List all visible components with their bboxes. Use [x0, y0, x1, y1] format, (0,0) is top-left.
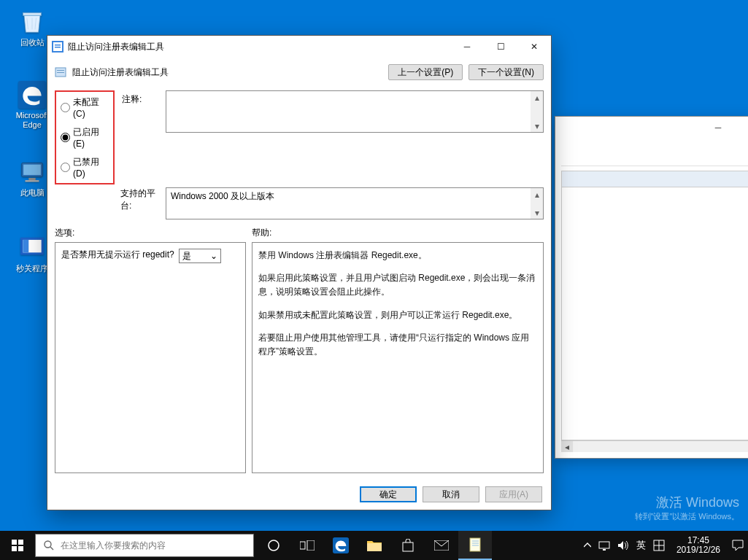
- cortana-button[interactable]: [257, 531, 290, 560]
- bg-list-header: [562, 171, 748, 187]
- bg-minimize-button[interactable]: ─: [701, 117, 735, 139]
- tray-ime-icon[interactable]: [653, 540, 665, 551]
- next-setting-button[interactable]: 下一个设置(N): [469, 64, 544, 80]
- activation-watermark: 激活 Windows 转到"设置"以激活 Windows。: [635, 494, 740, 522]
- svg-rect-23: [300, 542, 305, 549]
- taskbar-apps: [257, 531, 492, 560]
- platform-scrollbar[interactable]: ▴ ▾: [531, 188, 543, 219]
- recycle-bin-icon: [18, 7, 47, 36]
- scroll-up-icon[interactable]: ▴: [531, 91, 543, 104]
- taskbar-store-button[interactable]: [391, 531, 425, 560]
- desktop-icon-label: 此电脑: [20, 188, 45, 198]
- taskbar-notepad-button[interactable]: [458, 531, 492, 560]
- help-paragraph: 若要阻止用户使用其他管理工具，请使用“只运行指定的 Windows 应用程序”策…: [258, 331, 537, 359]
- comment-label: 注释:: [122, 90, 158, 184]
- help-paragraph: 如果禁用或未配置此策略设置，则用户可以正常运行 Regedit.exe。: [258, 308, 537, 322]
- taskbar-mail-button[interactable]: [425, 531, 458, 560]
- bg-list-panel: [561, 171, 748, 440]
- radio-label: 已启用(E): [73, 126, 107, 149]
- tray-date: 2019/12/26: [676, 545, 720, 555]
- start-button[interactable]: [0, 531, 35, 560]
- dialog-sub-icon: [55, 66, 66, 78]
- minimize-button[interactable]: ─: [450, 36, 484, 58]
- dialog-titlebar: 阻止访问注册表编辑工具 ─ ☐ ✕: [47, 36, 551, 58]
- svg-rect-4: [28, 178, 36, 180]
- svg-rect-24: [307, 540, 315, 551]
- system-tray: 英 17:45 2019/12/26: [584, 531, 748, 560]
- watermark-line2: 转到"设置"以激活 Windows。: [635, 511, 740, 522]
- platform-value: Windows 2000 及以上版本: [171, 191, 274, 201]
- radio-disabled[interactable]: 已禁用(D): [61, 156, 107, 179]
- tray-network-icon[interactable]: [598, 540, 610, 551]
- scroll-down-icon[interactable]: ▾: [531, 120, 543, 132]
- taskbar-edge-button[interactable]: [324, 531, 358, 560]
- option-select[interactable]: 是 ⌄: [179, 249, 221, 263]
- apply-button[interactable]: 应用(A): [485, 486, 542, 502]
- desktop-icon-label: 回收站: [20, 38, 45, 47]
- radio-disabled-input[interactable]: [61, 163, 70, 172]
- desktop-icon-label: 秒关程序: [16, 264, 48, 273]
- tray-overflow-button[interactable]: [584, 542, 591, 548]
- help-paragraph: 如果启用此策略设置，并且用户试图启动 Regedit.exe，则会出现一条消息，…: [258, 271, 537, 299]
- taskbar-search-input[interactable]: 在这里输入你要搜索的内容: [35, 534, 254, 557]
- svg-rect-18: [12, 546, 17, 551]
- dialog-title: 阻止访问注册表编辑工具: [68, 41, 450, 53]
- background-window: ─ ☐ ✕ ◂ ▸: [555, 116, 748, 459]
- tray-action-center-button[interactable]: [732, 540, 744, 551]
- maximize-button[interactable]: ☐: [484, 36, 517, 58]
- radio-enabled-input[interactable]: [61, 133, 70, 142]
- cancel-button[interactable]: 取消: [423, 486, 479, 502]
- scroll-up-icon[interactable]: ▴: [531, 188, 543, 201]
- radio-label: 未配置(C): [73, 96, 107, 119]
- dialog-subheader: 阻止访问注册表编辑工具 上一个设置(P) 下一个设置(N): [47, 58, 551, 87]
- shutdown-tool-icon: [18, 233, 47, 262]
- svg-rect-27: [403, 542, 413, 551]
- svg-line-21: [50, 547, 53, 550]
- comment-scrollbar[interactable]: ▴ ▾: [531, 91, 543, 132]
- tray-ime-indicator[interactable]: 英: [636, 539, 646, 552]
- help-paragraph: 禁用 Windows 注册表编辑器 Regedit.exe。: [258, 249, 537, 262]
- chevron-down-icon: ⌄: [210, 251, 217, 261]
- svg-rect-5: [26, 180, 39, 182]
- help-panel: 禁用 Windows 注册表编辑器 Regedit.exe。 如果启用此策略设置…: [252, 242, 544, 473]
- bg-horizontal-scrollbar[interactable]: ◂ ▸: [561, 440, 748, 452]
- ok-button[interactable]: 确定: [360, 486, 417, 502]
- help-label: 帮助:: [252, 227, 271, 239]
- bg-toolbar: [561, 144, 748, 166]
- svg-rect-33: [599, 542, 609, 548]
- svg-rect-26: [367, 543, 382, 551]
- svg-point-22: [269, 540, 279, 551]
- watermark-line1: 激活 Windows: [635, 494, 740, 511]
- state-radio-group: 未配置(C) 已启用(E) 已禁用(D): [55, 90, 115, 184]
- platform-textarea[interactable]: Windows 2000 及以上版本 ▴ ▾: [166, 187, 544, 219]
- tray-volume-icon[interactable]: [617, 540, 629, 551]
- taskbar-explorer-button[interactable]: [358, 531, 391, 560]
- options-label: 选项:: [55, 227, 252, 239]
- task-view-button[interactable]: [290, 531, 324, 560]
- radio-enabled[interactable]: 已启用(E): [61, 126, 107, 149]
- svg-rect-11: [55, 44, 61, 46]
- tray-clock[interactable]: 17:45 2019/12/26: [672, 536, 725, 555]
- radio-not-configured[interactable]: 未配置(C): [61, 96, 107, 119]
- search-placeholder: 在这里输入你要搜索的内容: [61, 540, 166, 552]
- svg-rect-29: [470, 538, 480, 551]
- svg-rect-19: [18, 546, 23, 551]
- dialog-title-icon: [52, 41, 63, 52]
- svg-rect-0: [23, 12, 41, 15]
- svg-rect-8: [23, 240, 28, 252]
- close-button[interactable]: ✕: [517, 36, 551, 58]
- search-icon: [43, 540, 55, 551]
- dialog-subtitle: 阻止访问注册表编辑工具: [72, 66, 382, 79]
- comment-textarea[interactable]: ▴ ▾: [166, 90, 544, 133]
- windows-icon: [12, 540, 23, 551]
- svg-rect-17: [18, 540, 23, 545]
- previous-setting-button[interactable]: 上一个设置(P): [388, 64, 463, 80]
- platform-label: 支持的平台:: [55, 187, 158, 219]
- bg-maximize-button[interactable]: ☐: [735, 117, 748, 139]
- svg-rect-16: [12, 540, 17, 545]
- taskbar: 在这里输入你要搜索的内容 英 17:45 2019/12/26: [0, 531, 748, 560]
- radio-not-configured-input[interactable]: [61, 103, 70, 112]
- scroll-down-icon[interactable]: ▾: [531, 206, 543, 219]
- policy-dialog: 阻止访问注册表编辑工具 ─ ☐ ✕ 阻止访问注册表编辑工具 上一个设置(P) 下…: [47, 35, 552, 510]
- scroll-left-icon[interactable]: ◂: [561, 441, 573, 452]
